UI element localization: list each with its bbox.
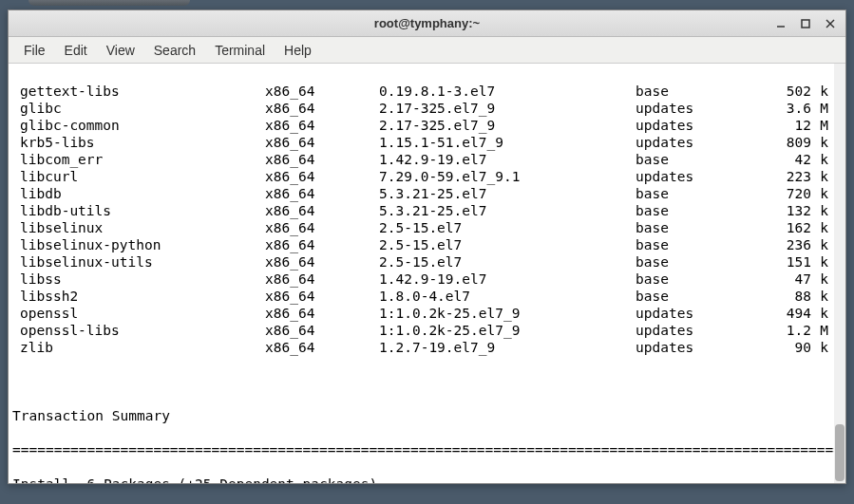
package-row: krb5-libsx86_641.15.1-51.el7_9updates809… (12, 134, 840, 151)
pkg-name: zlib (12, 339, 265, 356)
pkg-version: 1.42.9-19.el7 (379, 271, 636, 288)
pkg-repo: updates (636, 168, 764, 185)
pkg-unit: k (811, 339, 828, 356)
pkg-repo: updates (636, 100, 764, 117)
pkg-repo: base (636, 202, 764, 219)
pkg-unit: k (811, 236, 828, 253)
pkg-name: libdb (12, 185, 265, 202)
pkg-repo: base (636, 83, 764, 100)
pkg-version: 7.29.0-59.el7_9.1 (379, 168, 636, 185)
pkg-version: 1.8.0-4.el7 (379, 288, 636, 305)
package-row: gettext-libsx86_640.19.8.1-3.el7base502k (12, 83, 840, 100)
pkg-arch: x86_64 (265, 288, 379, 305)
menu-edit[interactable]: Edit (55, 39, 97, 62)
pkg-size: 151 (764, 253, 811, 271)
pkg-arch: x86_64 (265, 134, 379, 151)
pkg-repo: base (636, 236, 764, 253)
pkg-repo: updates (636, 339, 764, 356)
pkg-version: 2.5-15.el7 (379, 219, 636, 236)
maximize-button[interactable] (794, 14, 817, 33)
pkg-repo: updates (636, 322, 764, 339)
close-button[interactable] (819, 14, 842, 33)
package-row: libcom_errx86_641.42.9-19.el7base42k (12, 151, 840, 168)
menu-terminal[interactable]: Terminal (205, 39, 275, 62)
package-row: libdbx86_645.3.21-25.el7base720k (12, 185, 840, 202)
pkg-name: libssh2 (12, 288, 265, 305)
pkg-unit: M (811, 100, 828, 117)
pkg-repo: base (636, 185, 764, 202)
pkg-arch: x86_64 (265, 202, 379, 219)
menu-view[interactable]: View (97, 39, 144, 62)
pkg-unit: M (811, 322, 828, 339)
svg-rect-1 (802, 20, 809, 28)
pkg-size: 42 (764, 151, 811, 168)
pkg-version: 2.5-15.el7 (379, 236, 636, 253)
pkg-size: 132 (764, 202, 811, 219)
terminal-window: root@tymphany:~ File Edit View Search Te… (8, 9, 846, 484)
package-row: libselinux-pythonx86_642.5-15.el7base236… (12, 236, 840, 253)
pkg-unit: M (811, 117, 828, 134)
package-row: glibcx86_642.17-325.el7_9updates3.6M (12, 100, 840, 117)
pkg-repo: updates (636, 117, 764, 134)
pkg-name: libcurl (12, 168, 265, 185)
pkg-unit: k (811, 134, 828, 151)
titlebar[interactable]: root@tymphany:~ (9, 10, 845, 37)
pkg-name: openssl-libs (12, 322, 265, 339)
pkg-arch: x86_64 (265, 168, 379, 185)
package-row: glibc-commonx86_642.17-325.el7_9updates1… (12, 117, 840, 134)
pkg-version: 5.3.21-25.el7 (379, 185, 636, 202)
pkg-name: libselinux-python (12, 236, 265, 253)
pkg-arch: x86_64 (265, 151, 379, 168)
pkg-name: libselinux (12, 219, 265, 236)
minimize-button[interactable] (769, 14, 792, 33)
separator-line: ========================================… (12, 441, 840, 458)
package-row: zlibx86_641.2.7-19.el7_9updates90k (12, 339, 840, 356)
package-row: libcurlx86_647.29.0-59.el7_9.1updates223… (12, 168, 840, 185)
window-title: root@tymphany:~ (374, 16, 480, 30)
scrollbar-thumb[interactable] (835, 424, 845, 481)
pkg-size: 162 (764, 219, 811, 236)
pkg-repo: base (636, 253, 764, 271)
pkg-arch: x86_64 (265, 253, 379, 271)
pkg-size: 502 (764, 83, 811, 100)
menu-file[interactable]: File (14, 39, 55, 62)
menu-search[interactable]: Search (144, 39, 205, 62)
pkg-repo: base (636, 151, 764, 168)
pkg-unit: k (811, 168, 828, 185)
pkg-version: 2.17-325.el7_9 (379, 117, 636, 134)
pkg-size: 236 (764, 236, 811, 253)
package-row: libssx86_641.42.9-19.el7base47k (12, 271, 840, 288)
pkg-arch: x86_64 (265, 117, 379, 134)
menubar: File Edit View Search Terminal Help (9, 37, 845, 64)
pkg-unit: k (811, 202, 828, 219)
pkg-name: libss (12, 271, 265, 288)
pkg-repo: base (636, 271, 764, 288)
package-row: libselinux-utilsx86_642.5-15.el7base151k (12, 253, 840, 271)
pkg-unit: k (811, 305, 828, 322)
pkg-version: 2.5-15.el7 (379, 253, 636, 271)
package-row: libdb-utilsx86_645.3.21-25.el7base132k (12, 202, 840, 219)
pkg-arch: x86_64 (265, 305, 379, 322)
pkg-size: 809 (764, 134, 811, 151)
pkg-name: glibc (12, 100, 265, 117)
pkg-size: 90 (764, 339, 811, 356)
terminal-output[interactable]: gettext-libsx86_640.19.8.1-3.el7base502k… (9, 64, 845, 483)
pkg-unit: k (811, 185, 828, 202)
pkg-size: 494 (764, 305, 811, 322)
menu-help[interactable]: Help (275, 39, 321, 62)
pkg-unit: k (811, 151, 828, 168)
package-row: opensslx86_641:1.0.2k-25.el7_9updates494… (12, 305, 840, 322)
pkg-name: libcom_err (12, 151, 265, 168)
pkg-name: libdb-utils (12, 202, 265, 219)
pkg-version: 1:1.0.2k-25.el7_9 (379, 305, 636, 322)
pkg-arch: x86_64 (265, 322, 379, 339)
pkg-arch: x86_64 (265, 185, 379, 202)
blank-line (12, 373, 840, 390)
scrollbar[interactable] (834, 64, 845, 483)
close-icon (825, 18, 836, 29)
pkg-version: 1.15.1-51.el7_9 (379, 134, 636, 151)
pkg-size: 12 (764, 117, 811, 134)
pkg-size: 1.2 (764, 322, 811, 339)
pkg-version: 1.42.9-19.el7 (379, 151, 636, 168)
pkg-arch: x86_64 (265, 236, 379, 253)
